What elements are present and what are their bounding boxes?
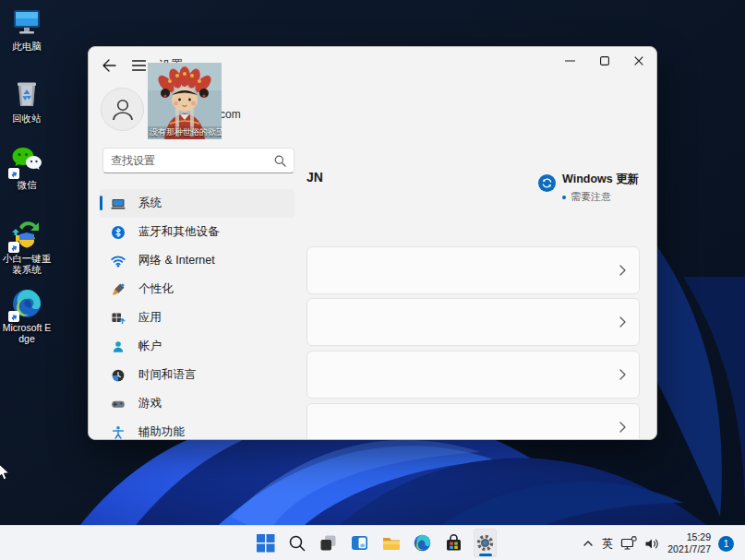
- taskbar-center: [254, 529, 497, 557]
- taskbar: 英 15:29 2021/7/27 1: [0, 525, 745, 560]
- shortcut-arrow-icon: [8, 311, 19, 322]
- network-tray-icon[interactable]: [620, 536, 637, 551]
- file-explorer-button[interactable]: [379, 529, 403, 557]
- bluetooth-icon: [111, 225, 126, 240]
- settings-content: JN Windows 更新: [306, 47, 640, 439]
- hidden-icons-chevron[interactable]: [582, 538, 595, 549]
- desktop-icon-label: Microsoft Edge: [0, 322, 54, 344]
- ime-indicator[interactable]: 英: [602, 536, 613, 552]
- store-button[interactable]: [442, 529, 465, 557]
- settings-card[interactable]: [306, 246, 640, 294]
- reinstall-tool-icon: [10, 218, 43, 251]
- this-pc-icon: [10, 6, 43, 39]
- chevron-right-icon: [619, 422, 626, 433]
- desktop-icon-recycle-bin[interactable]: 回收站: [0, 77, 54, 124]
- taskbar-search-button[interactable]: [285, 529, 308, 557]
- system-icon: [111, 197, 126, 211]
- apps-icon: [111, 311, 126, 326]
- personalization-icon: [111, 282, 126, 297]
- desktop-icon-label: 此电脑: [0, 41, 54, 52]
- device-name: JN: [306, 170, 323, 185]
- clock-date: 2021/7/27: [667, 543, 711, 555]
- search-icon[interactable]: [274, 155, 286, 167]
- windows-update-icon: [538, 174, 556, 192]
- start-button[interactable]: [254, 529, 277, 557]
- edge-button[interactable]: [411, 529, 434, 557]
- search-input[interactable]: [103, 154, 274, 167]
- shortcut-arrow-icon: [8, 168, 19, 179]
- edge-icon: [10, 287, 43, 320]
- widgets-button[interactable]: [348, 529, 371, 557]
- settings-taskbar-button[interactable]: [474, 529, 497, 557]
- nav-item-label: 系统: [138, 196, 162, 211]
- account-email: com: [220, 108, 241, 121]
- microsoft-store-icon: [444, 533, 463, 553]
- clock[interactable]: 15:29 2021/7/27: [667, 531, 711, 555]
- file-explorer-icon: [381, 533, 402, 554]
- network-icon: [111, 254, 126, 268]
- nav-item-accessibility[interactable]: 辅助功能: [100, 418, 294, 440]
- accounts-icon: [111, 340, 126, 354]
- settings-window: 设置 com: [88, 46, 657, 440]
- wechat-icon: [10, 144, 43, 177]
- settings-card[interactable]: [306, 351, 640, 399]
- overlay-image-caption: 没有那种世俗的欲望: [148, 126, 222, 138]
- settings-nav: 系统 蓝牙和其他设备 网络 & Internet 个性化 应用 帐户: [100, 189, 294, 440]
- windows-update-status: 需要注意: [571, 190, 611, 204]
- notification-badge[interactable]: 1: [718, 536, 734, 552]
- system-tray: 英 15:29 2021/7/27 1: [582, 526, 734, 560]
- back-button[interactable]: [96, 55, 122, 76]
- desktop-icon-this-pc[interactable]: 此电脑: [0, 6, 54, 52]
- chevron-right-icon: [619, 369, 626, 380]
- nav-item-time-language[interactable]: 时间和语言: [100, 361, 294, 389]
- status-dot: [562, 196, 566, 199]
- settings-card[interactable]: [306, 403, 640, 440]
- back-arrow-icon: [103, 60, 115, 71]
- widgets-icon: [350, 533, 369, 553]
- windows-start-icon: [256, 533, 275, 553]
- windows-update-title: Windows 更新: [562, 172, 639, 187]
- nav-item-personalization[interactable]: 个性化: [100, 275, 294, 304]
- nav-item-label: 网络 & Internet: [138, 253, 215, 268]
- hamburger-icon: [132, 60, 146, 71]
- desktop-icon-label: 回收站: [0, 113, 54, 124]
- edge-icon: [413, 533, 432, 553]
- nav-item-label: 应用: [138, 310, 162, 326]
- overlay-image: 没有那种世俗的欲望: [148, 63, 222, 139]
- chevron-right-icon: [619, 316, 626, 328]
- time-language-icon: [111, 368, 126, 383]
- nav-item-label: 蓝牙和其他设备: [138, 224, 220, 240]
- nav-item-accounts[interactable]: 帐户: [100, 332, 294, 361]
- search-icon: [288, 534, 306, 553]
- accessibility-icon: [111, 425, 126, 440]
- nav-item-label: 帐户: [138, 339, 162, 354]
- recycle-bin-icon: [10, 77, 43, 111]
- nav-item-bluetooth[interactable]: 蓝牙和其他设备: [100, 218, 294, 246]
- settings-card[interactable]: [306, 298, 640, 346]
- nav-item-label: 辅助功能: [138, 424, 185, 440]
- nav-item-label: 个性化: [138, 281, 174, 297]
- windows-update-summary[interactable]: Windows 更新 需要注意: [538, 172, 640, 204]
- nav-item-gaming[interactable]: 游戏: [100, 389, 294, 418]
- settings-search[interactable]: [102, 148, 294, 173]
- nav-item-apps[interactable]: 应用: [100, 304, 294, 332]
- mouse-cursor: [0, 463, 10, 482]
- nav-item-system[interactable]: 系统: [100, 189, 294, 218]
- nav-item-label: 游戏: [138, 396, 162, 411]
- desktop-icon-edge[interactable]: Microsoft Edge: [0, 287, 54, 344]
- gaming-icon: [111, 397, 126, 411]
- account-avatar[interactable]: [101, 88, 144, 131]
- desktop-icon-label: 微信: [0, 179, 54, 190]
- chevron-right-icon: [619, 265, 626, 276]
- nav-item-network[interactable]: 网络 & Internet: [100, 246, 294, 275]
- desktop-icon-label: 小白一键重装系统: [0, 253, 54, 275]
- desktop-icon-reinstall-tool[interactable]: 小白一键重装系统: [0, 218, 54, 275]
- desktop-icon-wechat[interactable]: 微信: [0, 144, 54, 190]
- nav-item-label: 时间和语言: [138, 367, 197, 383]
- person-icon: [107, 94, 138, 125]
- desktop: 此电脑 回收站: [0, 0, 745, 560]
- task-view-button[interactable]: [317, 529, 340, 557]
- settings-gear-icon: [475, 533, 495, 553]
- shortcut-arrow-icon: [8, 242, 19, 253]
- volume-tray-icon[interactable]: [644, 537, 660, 551]
